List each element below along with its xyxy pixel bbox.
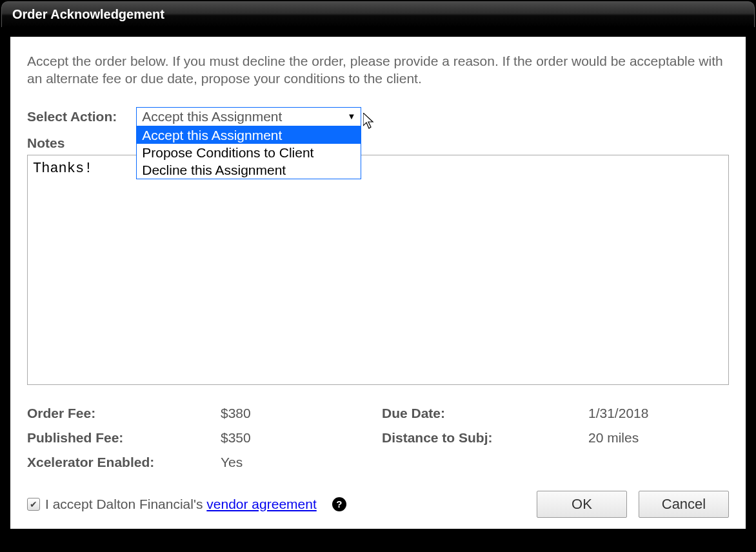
notes-textarea[interactable] bbox=[27, 155, 729, 385]
select-action-options: Accept this Assignment Propose Condition… bbox=[136, 126, 361, 179]
select-action-value: Accept this Assignment bbox=[142, 109, 282, 124]
option-propose[interactable]: Propose Conditions to Client bbox=[137, 144, 361, 161]
select-action-wrap: Accept this Assignment ▼ Accept this Ass… bbox=[136, 107, 361, 126]
dialog-footer: ✔ I accept Dalton Financial's vendor agr… bbox=[27, 491, 729, 518]
cancel-button[interactable]: Cancel bbox=[639, 491, 729, 518]
dialog-window: Order Acknowledgement Accept the order b… bbox=[1, 1, 755, 551]
published-fee-label: Published Fee: bbox=[27, 430, 221, 446]
due-date-label: Due Date: bbox=[382, 406, 588, 421]
order-fee-value: $380 bbox=[221, 406, 382, 421]
dialog-content: Accept the order below. If you must decl… bbox=[10, 37, 746, 529]
ok-button[interactable]: OK bbox=[537, 491, 627, 518]
select-action-dropdown[interactable]: Accept this Assignment ▼ bbox=[136, 107, 361, 126]
option-accept[interactable]: Accept this Assignment bbox=[137, 126, 361, 144]
accept-checkbox[interactable]: ✔ bbox=[27, 498, 40, 511]
intro-text: Accept the order below. If you must decl… bbox=[27, 52, 729, 88]
option-decline[interactable]: Decline this Assignment bbox=[137, 161, 361, 179]
distance-value: 20 miles bbox=[588, 430, 729, 446]
order-details: Order Fee: $380 Due Date: 1/31/2018 Publ… bbox=[27, 406, 729, 470]
select-action-row: Select Action: Accept this Assignment ▼ … bbox=[27, 107, 729, 126]
help-icon[interactable]: ? bbox=[332, 497, 346, 511]
xcelerator-label: Xcelerator Enabled: bbox=[27, 455, 221, 470]
distance-label: Distance to Subj: bbox=[382, 430, 588, 446]
notes-label: Notes bbox=[27, 135, 729, 151]
button-row: OK Cancel bbox=[537, 491, 729, 518]
vendor-agreement-link[interactable]: vendor agreement bbox=[206, 497, 316, 511]
accept-row: ✔ I accept Dalton Financial's vendor agr… bbox=[27, 497, 346, 512]
due-date-value: 1/31/2018 bbox=[588, 406, 729, 421]
xcelerator-value: Yes bbox=[221, 455, 382, 470]
dialog-title: Order Acknowledgement bbox=[1, 1, 755, 27]
chevron-down-icon: ▼ bbox=[347, 112, 355, 121]
select-action-label: Select Action: bbox=[27, 109, 117, 124]
accept-text-prefix: I accept Dalton Financial's bbox=[45, 497, 206, 511]
published-fee-value: $350 bbox=[221, 430, 382, 446]
order-fee-label: Order Fee: bbox=[27, 406, 221, 421]
